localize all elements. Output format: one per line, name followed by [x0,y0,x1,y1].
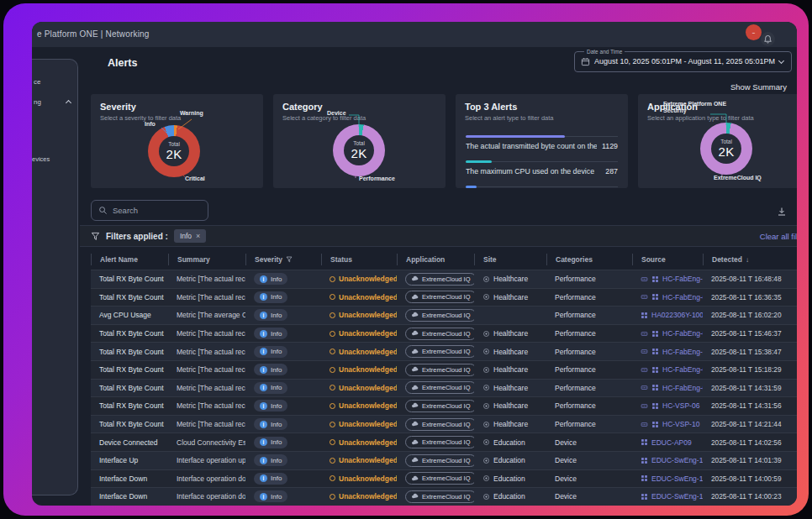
sidebar-item-3[interactable]: evices [32,155,50,163]
chevron-up-icon [66,100,71,106]
application-chip[interactable]: ExtremeCloud IQ [405,309,474,322]
search-input[interactable] [113,206,197,215]
col-summary[interactable]: Summary [168,254,245,265]
col-categories[interactable]: Categories [546,254,632,265]
cell-severity: Info [245,364,321,375]
download-button[interactable] [777,205,787,220]
severity-label-info[interactable]: Info [145,121,156,127]
sidebar-item-2[interactable]: ng [34,98,77,106]
application-chip[interactable]: ExtremeCloud IQ [405,436,474,448]
source-link[interactable]: HC-FabEng-09 [662,365,703,374]
source-link[interactable]: HC-FabEng-11 [662,348,703,356]
cell-alert-name: Total RX Byte Count [91,384,168,392]
application-chip[interactable]: ExtremeCloud IQ [405,364,474,376]
sidebar-item-1[interactable]: ce [34,78,40,86]
severity-label-critical[interactable]: Critical [185,176,205,181]
cell-site: Education [474,456,546,464]
category-label-device[interactable]: Device [327,110,346,116]
cell-status: Unacknowledged [321,329,397,338]
remove-filter-icon[interactable] [196,232,200,240]
source-link[interactable]: HC-FabEng-11 [662,275,703,283]
category-label-performance[interactable]: Performance [359,176,395,181]
cell-summary: Metric [The actual receive... [168,348,245,356]
application-chip[interactable]: ExtremeCloud IQ [405,400,474,412]
page-title: Alerts [108,57,137,69]
user-avatar[interactable]: ~ [746,24,762,40]
filter-chip-info[interactable]: Info [174,229,206,243]
grid-icon [651,275,659,283]
source-link[interactable]: HC-VSP-06 [662,401,699,410]
col-detected[interactable]: Detected [703,254,797,265]
cell-alert-name: Total RX Byte Count [91,401,168,410]
top-alert-count: 287 [600,167,618,176]
application-chip[interactable]: ExtremeCloud IQ [405,381,474,394]
cell-application: ExtremeCloud IQ [397,381,474,394]
clear-all-filters-link[interactable]: Clear all filters [760,232,797,241]
source-link[interactable]: HC-FabEng-09 [662,293,703,301]
application-chip[interactable]: ExtremeCloud IQ [405,345,474,358]
severity-label-warning[interactable]: Warning [180,110,203,116]
table-row[interactable]: Total RX Byte Count Metric [The actual r… [91,396,797,415]
table-row[interactable]: Total RX Byte Count Metric [The actual r… [91,415,797,433]
table-row[interactable]: Total RX Byte Count Metric [The actual r… [91,270,797,288]
application-chip[interactable]: ExtremeCloud IQ [405,291,474,303]
cell-summary: Metric [The actual receive... [168,401,245,410]
cell-alert-name: Total RX Byte Count [91,365,168,374]
table-row[interactable]: Interface Down Interface operation down … [91,487,797,506]
application-chip[interactable]: ExtremeCloud IQ [405,472,474,485]
device-icon [641,275,648,283]
notifications-button[interactable] [761,32,775,46]
application-chip[interactable]: ExtremeCloud IQ [405,273,474,286]
application-chip[interactable]: ExtremeCloud IQ [405,418,474,431]
application-label-security[interactable]: Extreme Platform ONE Security [663,101,729,114]
cell-source: HC-FabEng-09 [632,329,703,338]
col-application[interactable]: Application [397,254,474,265]
col-severity[interactable]: Severity [245,254,321,265]
table-row[interactable]: Avg CPU Usage Metric [The average CPU u.… [91,306,797,324]
severity-filter-icon[interactable] [286,256,293,263]
cell-source: EDUC-SwEng-10 [632,492,703,501]
device-icon [641,366,648,374]
cell-application: ExtremeCloud IQ [397,364,474,376]
show-summary-link[interactable]: Show Summary [730,82,787,92]
top-alert-item[interactable]: The maximum CPU used on the device 287 [466,161,618,176]
date-range-picker[interactable]: Date and Time August 10, 2025 05:01PM - … [574,49,792,72]
cell-categories: Device [546,456,632,464]
col-site[interactable]: Site [474,254,546,265]
application-label-xiq[interactable]: ExtremeCloud IQ [714,175,762,181]
cell-summary: Metric [The actual receive... [168,293,245,301]
grid-icon [641,457,648,464]
cell-detected: 2025-08-11 T 14:00:59 [703,474,797,483]
table-row[interactable]: Total RX Byte Count Metric [The actual r… [91,342,797,360]
table-row[interactable]: Total RX Byte Count Metric [The actual r… [91,288,797,307]
top-alert-item[interactable]: The total channel utilization on the acc… [466,186,618,188]
source-link[interactable]: HC-VSP-10 [662,420,699,428]
table-row[interactable]: Device Connected Cloud Connectivity Esta… [91,432,797,451]
col-alert-name[interactable]: Alert Name [91,254,168,265]
table-row[interactable]: Total RX Byte Count Metric [The actual r… [91,324,797,343]
source-link[interactable]: HC-FabEng-09 [662,329,703,338]
source-link[interactable]: EDUC-SwEng-10 [651,456,703,464]
col-status[interactable]: Status [321,254,397,265]
source-link[interactable]: HC-FabEng-02 [662,384,703,392]
application-chip[interactable]: ExtremeCloud IQ [405,454,474,467]
table-row[interactable]: Total RX Byte Count Metric [The actual r… [91,360,797,379]
table-row[interactable]: Interface Up Interface operation up Info… [91,451,797,469]
table-row[interactable]: Interface Down Interface operation down … [91,469,797,488]
sort-desc-icon[interactable] [746,255,749,264]
source-link[interactable]: EDUC-SwEng-10 [651,492,703,501]
cell-summary: Cloud Connectivity Establi... [168,438,245,447]
source-link[interactable]: HA022306Y-10034 [651,311,703,319]
cell-source: EDUC-SwEng-10 [632,456,703,464]
application-chip[interactable]: ExtremeCloud IQ [405,328,474,340]
application-card: Application Select an application type t… [638,94,797,188]
source-link[interactable]: EDUC-AP09 [651,438,692,447]
application-chip[interactable]: ExtremeCloud IQ [405,490,474,503]
top-alert-item[interactable]: The actual transmitted byte count on the… [466,136,618,150]
cell-alert-name: Interface Down [91,474,168,483]
severity-badge: Info [254,309,287,321]
top-alerts-title: Top 3 Alerts [465,102,619,112]
source-link[interactable]: EDUC-SwEng-10 [651,474,703,483]
table-row[interactable]: Total RX Byte Count Metric [The actual r… [91,379,797,397]
col-source[interactable]: Source [632,254,703,265]
